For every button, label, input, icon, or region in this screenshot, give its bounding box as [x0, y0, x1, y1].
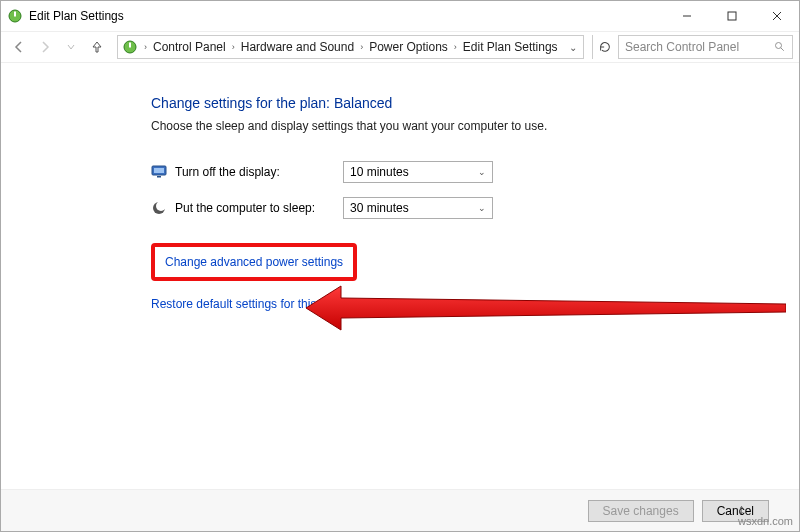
- svg-line-9: [781, 48, 784, 51]
- window-controls: [664, 1, 799, 31]
- svg-point-14: [156, 201, 166, 211]
- search-box[interactable]: [618, 35, 793, 59]
- nav-bar: › Control Panel › Hardware and Sound › P…: [1, 31, 799, 63]
- chevron-right-icon: ›: [230, 42, 237, 52]
- svg-rect-7: [129, 43, 131, 48]
- page-description: Choose the sleep and display settings th…: [151, 119, 799, 133]
- svg-rect-11: [154, 168, 164, 173]
- chevron-right-icon: ›: [358, 42, 365, 52]
- display-off-dropdown[interactable]: 10 minutes ⌄: [343, 161, 493, 183]
- advanced-power-settings-link[interactable]: Change advanced power settings: [165, 255, 343, 269]
- up-button[interactable]: [85, 35, 109, 59]
- search-icon: [774, 41, 786, 53]
- window: Edit Plan Settings: [0, 0, 800, 532]
- svg-rect-12: [157, 176, 161, 178]
- power-options-icon: [122, 39, 138, 55]
- chevron-down-icon: ⌄: [478, 167, 486, 177]
- power-options-icon: [7, 8, 23, 24]
- content-area: Change settings for the plan: Balanced C…: [1, 63, 799, 489]
- breadcrumb-item[interactable]: Edit Plan Settings: [461, 40, 560, 54]
- window-title: Edit Plan Settings: [29, 9, 124, 23]
- moon-icon: [151, 200, 167, 216]
- dropdown-value: 30 minutes: [350, 201, 409, 215]
- restore-defaults-link[interactable]: Restore default settings for this plan: [151, 297, 342, 311]
- display-off-label: Turn off the display:: [175, 165, 335, 179]
- svg-rect-3: [728, 12, 736, 20]
- close-button[interactable]: [754, 1, 799, 31]
- recent-dropdown[interactable]: [59, 35, 83, 59]
- forward-button[interactable]: [33, 35, 57, 59]
- setting-row-sleep: Put the computer to sleep: 30 minutes ⌄: [151, 197, 799, 219]
- svg-point-8: [776, 43, 782, 49]
- breadcrumb[interactable]: › Control Panel › Hardware and Sound › P…: [117, 35, 584, 59]
- monitor-icon: [151, 164, 167, 180]
- watermark: wsxdn.com: [738, 515, 793, 527]
- breadcrumb-item[interactable]: Control Panel: [151, 40, 228, 54]
- chevron-right-icon: ›: [452, 42, 459, 52]
- sleep-dropdown[interactable]: 30 minutes ⌄: [343, 197, 493, 219]
- maximize-button[interactable]: [709, 1, 754, 31]
- back-button[interactable]: [7, 35, 31, 59]
- breadcrumb-item[interactable]: Power Options: [367, 40, 450, 54]
- title-bar: Edit Plan Settings: [1, 1, 799, 31]
- search-input[interactable]: [625, 40, 765, 54]
- minimize-button[interactable]: [664, 1, 709, 31]
- dropdown-value: 10 minutes: [350, 165, 409, 179]
- breadcrumb-item[interactable]: Hardware and Sound: [239, 40, 356, 54]
- chevron-down-icon[interactable]: ⌄: [567, 42, 579, 53]
- save-button: Save changes: [588, 500, 694, 522]
- chevron-down-icon: ⌄: [478, 203, 486, 213]
- footer-bar: Save changes Cancel: [1, 489, 799, 531]
- refresh-button[interactable]: [592, 35, 616, 59]
- svg-rect-1: [14, 12, 16, 17]
- highlight-annotation: Change advanced power settings: [151, 243, 357, 281]
- title-bar-left: Edit Plan Settings: [7, 8, 124, 24]
- setting-row-display: Turn off the display: 10 minutes ⌄: [151, 161, 799, 183]
- chevron-right-icon: ›: [142, 42, 149, 52]
- sleep-label: Put the computer to sleep:: [175, 201, 335, 215]
- page-heading: Change settings for the plan: Balanced: [151, 95, 799, 111]
